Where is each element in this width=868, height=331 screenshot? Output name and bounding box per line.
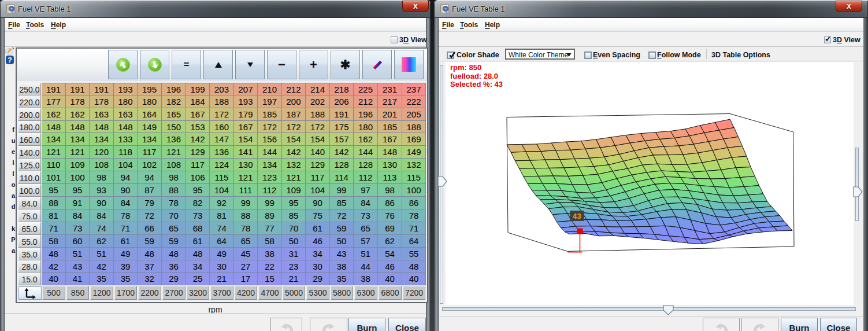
svg-text:43: 43 xyxy=(573,212,582,220)
